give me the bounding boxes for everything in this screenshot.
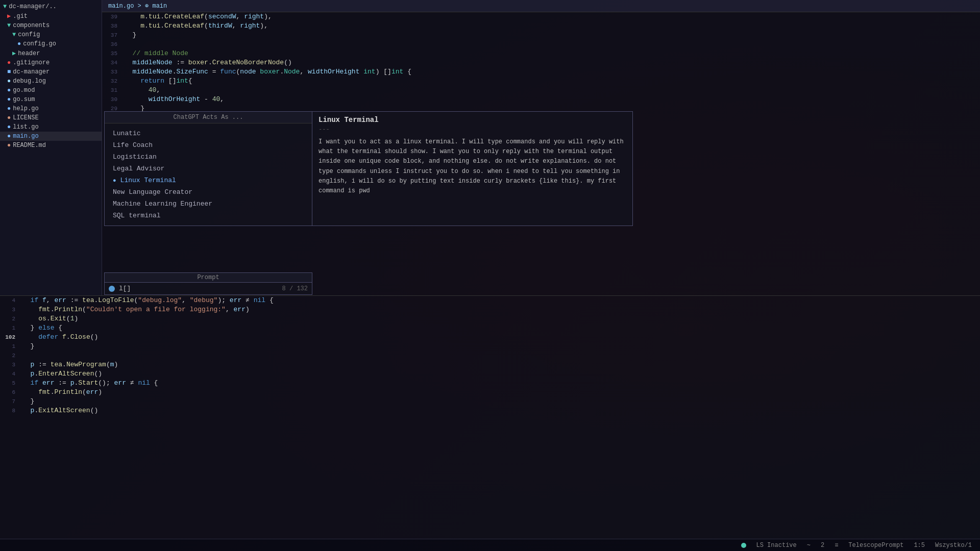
editor-tab-label: main.go > ⊕ main xyxy=(108,2,167,10)
code-line: 4 if f, err := tea.LogToFile("debug.log"… xyxy=(0,296,980,305)
role-item-legal-advisor[interactable]: Legal Advisor xyxy=(105,163,312,174)
prompt-counter: 8 / 132 xyxy=(282,285,308,292)
status-telescope: TelescopePrompt xyxy=(848,542,903,549)
role-list-panel: ChatGPT Acts As ... Lunatic Life Coach L… xyxy=(104,111,312,226)
chatgpt-modal-title: ChatGPT Acts As ... xyxy=(105,112,312,123)
detail-separator: --- xyxy=(312,126,632,133)
file-icon: ● xyxy=(7,105,11,112)
role-label: SQL terminal xyxy=(113,212,161,219)
code-line: 6 fmt.Println(err) xyxy=(0,388,980,397)
code-lines-bottom[interactable]: 4 if f, err := tea.LogToFile("debug.log"… xyxy=(0,296,980,539)
selected-indicator: ● xyxy=(113,178,116,184)
sidebar-item-label: debug.log xyxy=(13,78,46,85)
detail-body: I want you to act as a linux terminal. I… xyxy=(312,133,632,200)
sidebar-item-go-sum[interactable]: ● go.sum xyxy=(0,95,102,104)
divider2-label: ≡ xyxy=(835,542,838,549)
code-line: 8 p.ExitAltScreen() xyxy=(0,406,980,415)
code-line: 4 p.EnterAltScreen() xyxy=(0,369,980,379)
sidebar-item-git[interactable]: ▶ .git xyxy=(0,11,102,21)
sidebar-item-components[interactable]: ▼ components xyxy=(0,21,102,30)
role-detail-panel: Linux Terminal --- I want you to act as … xyxy=(312,111,633,226)
file-active-icon: ● xyxy=(7,133,11,140)
ls-status-label: LS Inactive xyxy=(756,542,797,549)
status-number: 2 xyxy=(821,542,824,549)
binary-icon: ■ xyxy=(7,68,11,76)
sidebar-item-list-go[interactable]: ● list.go xyxy=(0,122,102,132)
position-label: 1:5 xyxy=(914,542,925,549)
role-item-ml-engineer[interactable]: Machine Learning Engineer xyxy=(105,198,312,210)
file-explorer: ▼ dc-manager/.. ▶ .git ▼ components ▼ co… xyxy=(0,0,102,295)
status-divider1: ~ xyxy=(807,542,811,549)
sidebar-item-debug-log[interactable]: ● debug.log xyxy=(0,77,102,86)
sidebar-item-dc-manager[interactable]: ■ dc-manager xyxy=(0,67,102,77)
chatgpt-modal[interactable]: ChatGPT Acts As ... Lunatic Life Coach L… xyxy=(104,111,633,226)
sidebar-item-config-go[interactable]: ● config.go xyxy=(0,39,102,48)
code-line: 38 m.tui.CreateLeaf(thirdW, right), xyxy=(102,21,980,31)
role-item-new-language[interactable]: New Language Creator xyxy=(105,186,312,198)
sidebar-item-label: dc-manager xyxy=(13,68,50,76)
role-label: Life Coach xyxy=(113,141,153,149)
code-line: 30 widthOrHeight - 40, xyxy=(102,95,980,104)
file-icon: ● xyxy=(7,59,11,66)
file-icon: ● xyxy=(7,123,11,131)
file-icon: ● xyxy=(7,78,11,85)
code-line: 1 } xyxy=(0,342,980,351)
code-line: 1 } else { xyxy=(0,323,980,333)
sidebar-item-config[interactable]: ▼ config xyxy=(0,30,102,39)
role-label: Linux Terminal xyxy=(120,177,176,184)
folder-open-icon: ▼ xyxy=(12,31,16,38)
folder-icon: ▶ xyxy=(7,12,11,20)
prompt-panel[interactable]: Prompt l[] 8 / 132 xyxy=(104,272,312,295)
code-line: 34 middleNode := boxer.CreateNoBorderNod… xyxy=(102,58,980,67)
prompt-title: Prompt xyxy=(104,272,312,282)
code-editor-bottom: 4 if f, err := tea.LogToFile("debug.log"… xyxy=(0,296,980,539)
sidebar-item-go-mod[interactable]: ● go.mod xyxy=(0,86,102,95)
sidebar-item-label: components xyxy=(13,22,50,29)
sidebar-item-label: .gitignore xyxy=(13,59,50,66)
file-icon: ● xyxy=(7,114,11,121)
file-icon: ● xyxy=(7,96,11,103)
prompt-text[interactable]: l[] xyxy=(119,285,278,292)
sidebar-item-label: list.go xyxy=(13,123,38,131)
role-item-logistician[interactable]: Logistician xyxy=(105,151,312,163)
code-line: 32 return []int{ xyxy=(102,77,980,86)
role-label: Lunatic xyxy=(113,130,141,137)
code-line: 102 defer f.Close() xyxy=(0,333,980,342)
status-mode: Wszystko/1 xyxy=(935,542,972,549)
sidebar-item-main-go[interactable]: ● main.go xyxy=(0,132,102,141)
file-icon: ● xyxy=(7,87,11,94)
prompt-input-area[interactable]: l[] 8 / 132 xyxy=(104,282,312,295)
mode-label: Wszystko/1 xyxy=(935,542,972,549)
status-divider2: ≡ xyxy=(835,542,838,549)
code-line: 7 } xyxy=(0,397,980,406)
code-line: 2 xyxy=(0,351,980,360)
sidebar-item-header[interactable]: ▶ header xyxy=(0,48,102,58)
role-item-lunatic[interactable]: Lunatic xyxy=(105,128,312,139)
sidebar-item-help-go[interactable]: ● help.go xyxy=(0,104,102,113)
sidebar-item-gitignore[interactable]: ● .gitignore xyxy=(0,58,102,67)
code-line: 37 } xyxy=(102,31,980,40)
sidebar-item-label: config.go xyxy=(23,40,56,47)
code-line: 35 // middle Node xyxy=(102,49,980,58)
sidebar-item-readme[interactable]: ● README.md xyxy=(0,141,102,150)
status-dot xyxy=(741,543,746,548)
sidebar-item-label: LICENSE xyxy=(13,114,38,121)
status-bar: LS Inactive ~ 2 ≡ TelescopePrompt 1:5 Ws… xyxy=(0,539,980,551)
folder-icon: ▼ xyxy=(3,3,7,10)
prompt-indicator xyxy=(109,286,115,292)
role-item-sql-terminal[interactable]: SQL terminal xyxy=(105,210,312,221)
role-label: Logistician xyxy=(113,153,157,161)
sidebar-item-license[interactable]: ● LICENSE xyxy=(0,113,102,122)
detail-title: Linux Terminal xyxy=(312,112,632,126)
status-position: 1:5 xyxy=(914,542,925,549)
sidebar-item-label: README.md xyxy=(13,142,46,149)
role-item-linux-terminal[interactable]: ● Linux Terminal xyxy=(105,174,312,186)
sidebar-item-label: .git xyxy=(13,13,28,20)
sidebar-item-label: help.go xyxy=(13,105,38,112)
sidebar-root: ▼ dc-manager/.. xyxy=(0,2,102,11)
code-line: 33 middleNode.SizeFunc = func(node boxer… xyxy=(102,67,980,77)
role-label: Legal Advisor xyxy=(113,165,164,172)
sidebar-item-label: go.sum xyxy=(13,96,35,103)
role-list: Lunatic Life Coach Logistician Legal Adv… xyxy=(105,123,312,226)
role-item-life-coach[interactable]: Life Coach xyxy=(105,139,312,151)
